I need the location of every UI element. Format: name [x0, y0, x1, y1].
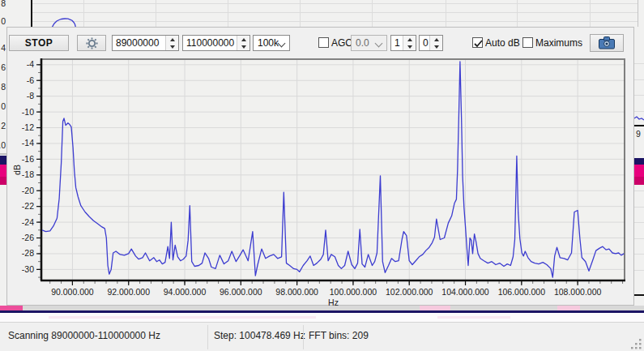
spin-down-button[interactable]	[237, 43, 249, 50]
spin-down-button[interactable]	[166, 43, 178, 50]
y-tick-label: -10	[22, 107, 34, 117]
x-tick-label: 90.000.000	[51, 287, 94, 297]
status-bar: Scanning 89000000-110000000 Hz Step: 100…	[0, 322, 644, 351]
settings-button[interactable]	[77, 35, 106, 51]
bin-size-combobox[interactable]: 100k	[253, 35, 290, 51]
background-waterfall-pale-row	[0, 313, 644, 323]
stop-frequency-spinbox	[182, 35, 250, 51]
agc-checkbox[interactable]	[318, 37, 329, 48]
x-axis-title: Hz	[328, 297, 339, 306]
correction-input[interactable]	[420, 37, 429, 49]
background-x-tick-fragment: 9	[636, 130, 644, 139]
gain-spinbox	[390, 35, 416, 51]
waterfall-magenta-fragment	[0, 165, 6, 177]
x-tick-label: 94.000.000	[164, 287, 207, 297]
status-scanning: Scanning 89000000-110000000 Hz	[8, 330, 160, 341]
y-tick-label: -18	[22, 169, 34, 179]
agc-level-combobox[interactable]: 0.0	[351, 35, 387, 51]
status-fft-bins: FFT bins: 209	[309, 330, 369, 341]
x-tick-label: 106.000.000	[498, 287, 546, 297]
correction-spinbox	[419, 35, 443, 51]
stop-button[interactable]: STOP	[9, 35, 69, 51]
resize-grip[interactable]	[631, 339, 642, 350]
maximums-checkbox[interactable]	[522, 37, 533, 48]
screenshot-button[interactable]	[590, 34, 624, 52]
spin-up-button[interactable]	[430, 36, 442, 43]
status-step: Step: 100478.469 Hz	[214, 330, 305, 341]
y-tick-label: -30	[22, 264, 34, 274]
y-tick-label: -20	[22, 186, 34, 195]
auto-db-checkbox[interactable]	[472, 37, 483, 48]
y-tick-label: -4	[27, 59, 34, 69]
spectrum-scanner-window: STOP 100k AGC	[6, 27, 634, 306]
x-tick-label: 104.000.000	[441, 287, 489, 297]
spin-up-button[interactable]	[237, 36, 249, 43]
waterfall-navy-fragment	[0, 156, 6, 165]
waterfall-magenta-fragment	[634, 165, 644, 177]
spin-up-button[interactable]	[166, 36, 178, 43]
y-tick-label: -8	[27, 91, 34, 101]
y-tick-label: -16	[22, 154, 34, 164]
y-tick-label: -14	[22, 138, 34, 148]
background-curve-fragment	[0, 0, 97, 27]
chevron-down-icon	[278, 40, 286, 48]
y-tick-label: -6	[27, 75, 34, 85]
status-separator	[303, 325, 304, 349]
agc-label: AGC	[331, 37, 352, 49]
background-window-top-strip: 8 0	[0, 0, 644, 27]
x-tick-label: 92.000.000	[107, 287, 150, 297]
x-tick-label: 96.000.000	[220, 287, 262, 297]
check-icon	[473, 38, 484, 49]
start-frequency-input[interactable]	[113, 37, 165, 49]
y-tick-label: -22	[22, 201, 34, 211]
x-tick-label: 100.000.000	[330, 287, 377, 297]
gain-input[interactable]	[391, 37, 403, 49]
y-tick-label: -26	[22, 233, 34, 242]
x-tick-label: 98.000.000	[275, 287, 318, 297]
x-tick-label: 102.000.000	[386, 287, 433, 297]
background-window-left-strip: 4 6 8 0 2 .0	[0, 27, 6, 322]
plot-area	[42, 60, 625, 280]
spectrum-plot[interactable]: -4-6-8-10-12-14-16-18-20-22-24-26-28-309…	[7, 54, 635, 306]
spin-down-button[interactable]	[403, 43, 416, 50]
stop-frequency-input[interactable]	[183, 37, 237, 49]
waterfall-magenta-fragment	[634, 177, 644, 185]
waterfall-navy-fragment	[634, 158, 644, 165]
chevron-down-icon	[375, 40, 383, 48]
background-window-right-strip: 9	[634, 27, 644, 322]
spin-up-button[interactable]	[403, 36, 416, 43]
spin-down-button[interactable]	[430, 43, 442, 50]
start-frequency-spinbox	[112, 35, 179, 51]
camera-icon	[599, 36, 615, 49]
y-tick-label: -12	[22, 122, 34, 132]
x-tick-label: 108.000.000	[554, 287, 602, 297]
auto-db-label: Auto dB	[485, 37, 520, 49]
y-tick-label: -28	[22, 248, 34, 258]
y-tick-label: -24	[22, 217, 34, 227]
maximums-label: Maximums	[535, 37, 582, 49]
y-axis-title: dB	[12, 165, 22, 175]
gear-icon	[85, 36, 99, 50]
waterfall-magenta-fragment	[0, 177, 6, 185]
status-separator	[207, 325, 208, 349]
background-curve-fragment	[634, 112, 644, 125]
